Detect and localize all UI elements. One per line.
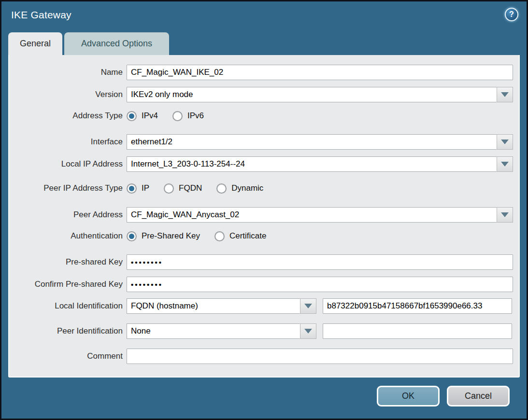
help-icon[interactable]: ? — [505, 8, 518, 21]
local-identification-value-input[interactable] — [323, 298, 512, 314]
local-ip-address-label: Local IP Address — [9, 159, 126, 169]
radio-option-pre-shared-key[interactable]: Pre-Shared Key — [127, 231, 200, 241]
peer-identification-label: Peer Identification — [9, 326, 126, 336]
pre-shared-key-input[interactable] — [127, 254, 513, 270]
dialog-footer: OK Cancel — [1, 378, 527, 406]
pre-shared-key-row: Pre-shared Key — [9, 254, 519, 270]
dialog-title: IKE Gateway — [11, 9, 71, 21]
authentication-label: Authentication — [9, 231, 126, 241]
local-ip-address-input[interactable] — [127, 156, 497, 172]
radio-dynamic-control[interactable] — [216, 183, 227, 194]
pre-shared-key-label: Pre-shared Key — [9, 257, 126, 267]
peer-address-dropdown-button[interactable] — [497, 207, 513, 223]
chevron-down-icon — [501, 162, 509, 167]
local-identification-type-select[interactable] — [127, 298, 300, 314]
confirm-pre-shared-key-row: Confirm Pre-shared Key — [9, 277, 519, 292]
name-row: Name — [9, 65, 519, 80]
radio-ipv4-label: IPv4 — [142, 111, 158, 121]
radio-option-fqdn[interactable]: FQDN — [164, 183, 202, 194]
radio-option-ipv6[interactable]: IPv6 — [172, 111, 204, 121]
chevron-down-icon — [501, 140, 509, 144]
radio-ip-label: IP — [142, 183, 149, 193]
version-input[interactable] — [127, 87, 497, 102]
chevron-down-icon — [501, 212, 509, 217]
radio-fqdn-control[interactable] — [164, 183, 174, 194]
interface-dropdown-button[interactable] — [497, 134, 513, 150]
tab-general[interactable]: General — [8, 32, 62, 55]
peer-ip-address-type-label: Peer IP Address Type — [9, 183, 126, 193]
version-dropdown-button[interactable] — [497, 87, 513, 102]
local-ip-address-dropdown-button[interactable] — [497, 156, 513, 172]
comment-input[interactable] — [127, 349, 513, 364]
chevron-down-icon — [304, 304, 312, 308]
radio-ip-control[interactable] — [127, 183, 137, 194]
radio-ipv6-label: IPv6 — [187, 111, 204, 121]
general-tab-panel: Name Version Address Type IPv4 — [8, 55, 520, 378]
peer-identification-value-input[interactable] — [323, 323, 512, 339]
peer-identification-row: Peer Identification — [9, 323, 519, 339]
local-identification-row: Local Identification — [9, 298, 519, 314]
tab-bar: General Advanced Options — [1, 32, 527, 55]
peer-address-row: Peer Address — [9, 207, 519, 223]
peer-address-input[interactable] — [127, 207, 497, 223]
ike-gateway-dialog: IKE Gateway ? General Advanced Options N… — [0, 0, 528, 420]
peer-identification-dropdown-button[interactable] — [300, 323, 316, 339]
tab-advanced-options[interactable]: Advanced Options — [64, 32, 169, 55]
peer-identification-type-select[interactable] — [127, 323, 300, 339]
interface-input[interactable] — [127, 134, 497, 150]
radio-option-certificate[interactable]: Certificate — [214, 231, 267, 241]
local-identification-label: Local Identification — [9, 301, 126, 311]
radio-ipv4-control[interactable] — [127, 111, 137, 121]
local-ip-address-row: Local IP Address — [9, 156, 519, 172]
radio-pre-shared-key-label: Pre-Shared Key — [142, 231, 200, 241]
local-identification-dropdown-button[interactable] — [300, 298, 316, 314]
radio-pre-shared-key-control[interactable] — [127, 231, 137, 241]
peer-ip-address-type-row: Peer IP Address Type IP FQDN Dynamic — [9, 182, 519, 195]
radio-option-dynamic[interactable]: Dynamic — [216, 183, 263, 194]
authentication-row: Authentication Pre-Shared Key Certificat… — [9, 229, 519, 243]
radio-dynamic-label: Dynamic — [231, 183, 263, 193]
radio-fqdn-label: FQDN — [179, 183, 202, 193]
radio-ipv6-control[interactable] — [172, 111, 183, 121]
comment-row: Comment — [9, 349, 519, 364]
cancel-button[interactable]: Cancel — [447, 386, 510, 406]
chevron-down-icon — [304, 329, 312, 334]
confirm-pre-shared-key-input[interactable] — [127, 277, 513, 292]
name-label: Name — [9, 68, 126, 77]
ok-button[interactable]: OK — [377, 386, 440, 406]
name-input[interactable] — [127, 65, 513, 80]
dialog-titlebar: IKE Gateway ? — [1, 1, 527, 32]
peer-address-label: Peer Address — [9, 210, 126, 220]
chevron-down-icon — [501, 92, 509, 97]
address-type-label: Address Type — [9, 111, 126, 121]
radio-certificate-control[interactable] — [214, 231, 225, 241]
radio-option-ipv4[interactable]: IPv4 — [127, 111, 158, 121]
interface-label: Interface — [9, 137, 126, 147]
version-label: Version — [9, 90, 126, 99]
confirm-pre-shared-key-label: Confirm Pre-shared Key — [9, 280, 126, 289]
radio-certificate-label: Certificate — [229, 231, 267, 241]
interface-row: Interface — [9, 134, 519, 150]
version-row: Version — [9, 87, 519, 102]
address-type-row: Address Type IPv4 IPv6 — [9, 109, 519, 123]
radio-option-ip[interactable]: IP — [127, 183, 149, 194]
comment-label: Comment — [9, 351, 126, 361]
